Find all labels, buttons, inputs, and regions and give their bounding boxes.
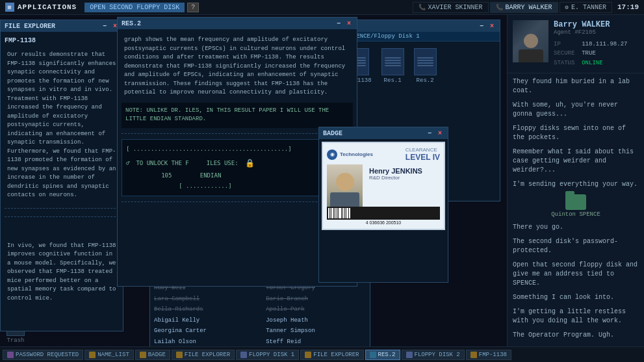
file-explorer-1-minus[interactable]: − (101, 22, 109, 30)
app-logo: ⊞ APPLICATIONS (0, 3, 82, 12)
name-apollo: Apollo Park (263, 305, 368, 316)
fmp-text-2: In vivo, we found that FMP-1138 improves… (5, 239, 119, 306)
settings-icon-tanner: ⚙ (565, 4, 569, 11)
spence-folder[interactable]: Quinton SPENCE (513, 194, 639, 218)
agent-xavier[interactable]: 📞 XAVIER SKINNER (413, 2, 489, 13)
taskbar-icon-floppy2 (406, 352, 413, 358)
id-card-minus[interactable]: − (426, 129, 433, 137)
help-button[interactable]: ? (187, 3, 199, 12)
res2-minus[interactable]: − (335, 19, 342, 27)
decrypt-line-0: [ ......................................… (126, 144, 348, 154)
decrypt-values: 105 ENDIAN (126, 170, 348, 181)
res2-body: graph shows the mean frequency and ampli… (122, 33, 353, 100)
res2-note: NOTE: UNLIKE DR. ILES, IN THIS RESULT PA… (122, 103, 353, 128)
id-person (327, 164, 363, 207)
secure-value: TRUE (582, 50, 596, 57)
bar8 (342, 208, 342, 218)
id-photo (327, 164, 363, 207)
taskbar-floppy2[interactable]: FLOPPY DISK 2 (402, 350, 465, 360)
taskbar-password-label: PASSWORD REQUESTED (16, 352, 79, 358)
fmp-title: FMP-1138 (5, 36, 119, 45)
id-level: CLEARANCE LEVEL IV (406, 147, 440, 162)
taskbar-res2[interactable]: RES.2 (365, 350, 400, 360)
taskbar-icon-lock (7, 352, 14, 358)
taskbar-floppy1[interactable]: FLOPPY DISK 1 (236, 350, 299, 360)
decrypt-text: TO UNLOCK THE F ILES USE: (136, 158, 238, 168)
agent-barry-name: BARRY WALKER (506, 4, 552, 11)
status-label: STATUS (554, 60, 574, 66)
res2-close[interactable]: × (345, 19, 353, 27)
id-card-close[interactable]: × (436, 129, 444, 137)
bar9 (343, 208, 344, 218)
agent-first-name: Barry (554, 20, 577, 29)
taskbar-name-list[interactable]: NAME_LIST (84, 350, 134, 360)
bar6 (337, 208, 338, 218)
taskbar-floppy1-label: FLOPPY DISK 1 (249, 352, 294, 358)
id-body (330, 192, 359, 207)
file-icon-res2[interactable]: Res.2 (414, 48, 437, 84)
trash-label: Trash (6, 337, 24, 344)
taskbar-fe1-label: FILE EXPLORER (185, 352, 230, 358)
chat-msg-1: With some, uh, you're never gonna guess.… (513, 101, 639, 119)
id-person-name: Henry JENKINS (369, 167, 440, 175)
taskbar-file-explorer-2[interactable]: FILE EXPLORER (300, 350, 363, 360)
taskbar-badge[interactable]: BADGE (135, 350, 170, 360)
id-card-window: BADGE − × ◉ Technologies CLEARANCE LEVEL… (318, 127, 448, 283)
agent-xavier-name: XAVIER SKINNER (428, 4, 483, 11)
ip-value: 118.111.98.27 (582, 41, 627, 47)
chat-msg-2: Floppy disks sewn into one of the pocket… (513, 124, 639, 142)
phone-icon-xavier: 📞 (419, 4, 426, 11)
agent-tanner[interactable]: ⚙ E. TANNER (560, 2, 612, 13)
folder-label: Quinton SPENCE (551, 211, 600, 218)
open-floppy-button[interactable]: OPEN SECOND FLOPPY DISK (84, 3, 185, 12)
file-explorer-2-close[interactable]: × (488, 22, 496, 30)
file-explorer-1-titlebar[interactable]: FILE EXPLORER − × (1, 20, 123, 32)
file-explorer-1-title: FILE EXPLORER (5, 23, 98, 30)
fmp-text: Our results demonstrate that FMP-1138 si… (5, 48, 119, 203)
name-georgina: Georgina Carter (151, 326, 263, 337)
taskbar-icon-fe1 (176, 352, 183, 358)
agent-barry[interactable]: 📞 BARRY WALKER (490, 2, 558, 13)
res1-icon (381, 48, 404, 75)
taskbar-fmp1138[interactable]: FMP-1138 (466, 350, 511, 360)
taskbar-password-requested[interactable]: PASSWORD REQUESTED (3, 350, 83, 360)
taskbar-icon-res2 (370, 352, 376, 358)
agent-ip-row: IP 118.111.98.27 (554, 40, 639, 49)
id-company-name: Technologies (340, 151, 373, 157)
id-company: Technologies (340, 151, 373, 157)
res2-lines (415, 55, 436, 69)
file-explorer-2-minus[interactable]: − (478, 22, 485, 30)
lock-icon: 🔒 (245, 157, 255, 171)
app-icon: ⊞ (5, 3, 14, 12)
id-card-titlebar[interactable]: BADGE − × (319, 127, 448, 139)
right-panel: Barry WALKER Agent #F2105 IP 118.111.98.… (507, 15, 644, 346)
res2-titlebar[interactable]: RES.2 − × (118, 18, 357, 29)
id-logo: ◉ (327, 149, 337, 160)
agent-body (519, 49, 543, 62)
taskbar-file-explorer-1[interactable]: FILE EXPLORER (172, 350, 235, 360)
file-icon-res1[interactable]: Res.1 (381, 48, 404, 84)
name-abigail: Abigail Kelly (151, 315, 263, 326)
res2-title: RES.2 (122, 20, 332, 27)
chat-msg-9: I'm getting a little restless with you d… (513, 307, 639, 326)
id-head (336, 173, 354, 191)
bar1 (328, 208, 329, 218)
bar4 (334, 208, 335, 218)
taskbar-icon-fmp1138 (470, 352, 477, 358)
app-name: APPLICATIONS (18, 3, 77, 11)
separator-1 (5, 208, 119, 211)
bar3 (331, 208, 333, 218)
chat-msg-10: The Operator Program. Ugh. (513, 331, 639, 340)
taskbar-fe2-label: FILE EXPLORER (313, 352, 359, 358)
name-dario: Dario Branch (263, 294, 368, 305)
table-row: Abigail Kelly Joseph Heath (151, 315, 368, 326)
top-bar: ⊞ APPLICATIONS OPEN SECOND FLOPPY DISK ?… (0, 0, 644, 15)
agent-head (524, 34, 538, 48)
secure-label: SECURE (554, 50, 574, 57)
chat-msg-3: Remember what I said about this case get… (513, 148, 639, 175)
id-person-role: R&D Director (369, 175, 440, 181)
bar11 (346, 208, 348, 218)
status-value: ONLINE (582, 60, 602, 66)
line4 (385, 65, 401, 66)
agent-last-name: WALKER (582, 20, 610, 29)
